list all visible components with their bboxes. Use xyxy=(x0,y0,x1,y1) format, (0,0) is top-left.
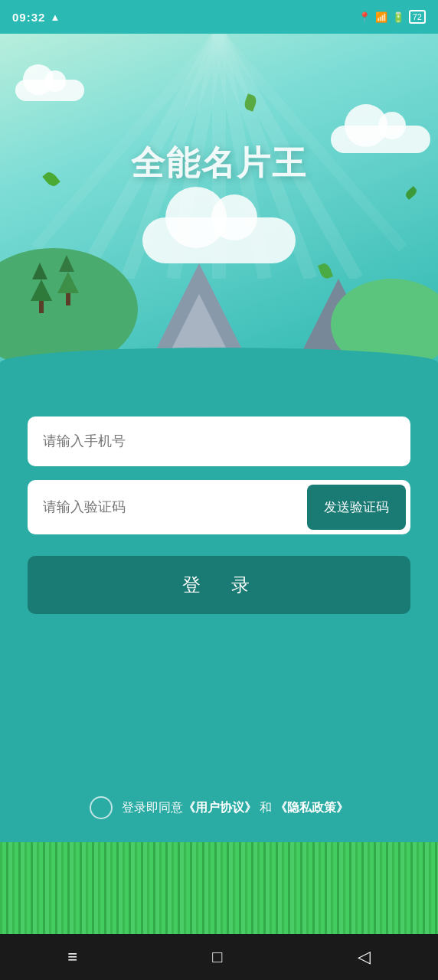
agreement-text: 登录即同意《用户协议》 和 《隐私政策》 xyxy=(122,799,349,817)
code-input-wrapper: 发送验证码 xyxy=(28,480,410,534)
login-button[interactable]: 登 录 xyxy=(28,556,410,614)
hero-illustration: 全能名片王 xyxy=(0,34,438,401)
tree-2 xyxy=(57,264,79,305)
login-area: 发送验证码 登 录 登录即同意《用户协议》 和 《隐私政策》 xyxy=(0,401,438,842)
send-code-button[interactable]: 发送验证码 xyxy=(307,485,406,530)
agreement-row: 登录即同意《用户协议》 和 《隐私政策》 xyxy=(82,796,357,819)
battery-indicator: 72 xyxy=(409,10,426,24)
agreement-connector: 和 xyxy=(257,801,276,814)
warning-icon: ▲ xyxy=(50,11,60,23)
status-bar: 09:32 ▲ 📍 📶 🔋 72 xyxy=(0,0,438,34)
signal-icon: 🔋 xyxy=(392,11,404,23)
cloud-left xyxy=(15,80,84,101)
nav-menu-button[interactable]: ≡ xyxy=(52,941,93,973)
mountain-1-snow xyxy=(168,294,230,355)
agreement-prefix: 登录即同意 xyxy=(122,801,183,814)
status-icons: 📍 📶 🔋 72 xyxy=(358,10,426,24)
wifi-icon: 📶 xyxy=(375,11,387,23)
tree-1 xyxy=(31,272,52,313)
terms-link[interactable]: 《用户协议》 xyxy=(183,801,257,814)
location-icon: 📍 xyxy=(358,11,371,23)
nav-home-button[interactable]: □ xyxy=(197,941,237,973)
water-wave xyxy=(0,348,438,401)
phone-input-wrapper xyxy=(28,416,410,466)
grass-blades xyxy=(0,842,438,934)
cloud-center xyxy=(142,217,296,263)
app-title: 全能名片王 xyxy=(131,141,307,186)
agreement-checkbox[interactable] xyxy=(90,796,113,819)
status-time: 09:32 xyxy=(12,11,45,24)
nav-back-button[interactable]: ◁ xyxy=(342,941,386,973)
grass-area xyxy=(0,842,438,934)
privacy-link[interactable]: 《隐私政策》 xyxy=(275,801,348,814)
nav-bar: ≡ □ ◁ xyxy=(0,934,438,980)
phone-input[interactable] xyxy=(28,416,410,466)
mountains xyxy=(0,263,438,401)
code-input[interactable] xyxy=(28,482,307,532)
cloud-right xyxy=(331,126,430,153)
